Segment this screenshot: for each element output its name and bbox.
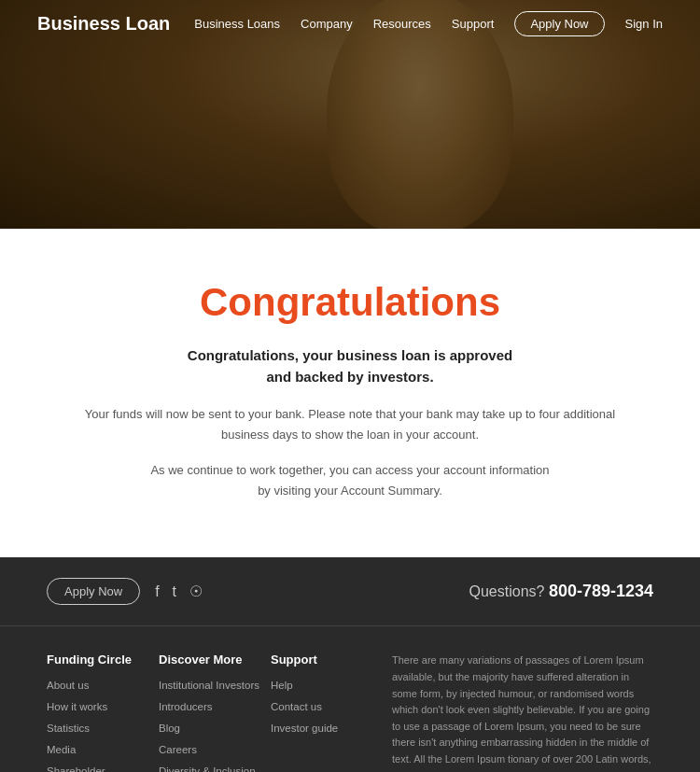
list-item: Shareholder Information: [47, 762, 159, 772]
nav-business-loans[interactable]: Business Loans: [194, 17, 280, 31]
footer-link[interactable]: Careers: [159, 744, 197, 755]
footer-link[interactable]: Media: [47, 744, 76, 755]
footer-link[interactable]: Introducers: [159, 701, 213, 712]
footer-col-funding-heading: Funding Circle: [47, 653, 159, 667]
footer-top: Apply Now f t ☉ Questions? 800-789-1234: [0, 557, 700, 626]
footer-col-discover-heading: Discover More: [159, 653, 271, 667]
footer-link[interactable]: Institutional Investors: [159, 680, 259, 691]
facebook-icon[interactable]: f: [155, 583, 159, 600]
hero-section: Business Loan Business Loans Company Res…: [0, 0, 700, 229]
nav-support[interactable]: Support: [452, 17, 495, 31]
footer-col-support-links: Help Contact us Investor guide: [271, 676, 383, 736]
footer-link[interactable]: Contact us: [271, 701, 322, 712]
congrats-body-2: As we continue to work together, you can…: [75, 460, 625, 501]
nav-signin[interactable]: Sign In: [625, 17, 663, 31]
footer-link[interactable]: Help: [271, 680, 293, 691]
list-item: Introducers: [159, 697, 271, 714]
footer-link[interactable]: Diversity & Inclusion: [159, 765, 256, 772]
nav-apply-button[interactable]: Apply Now: [514, 11, 604, 36]
twitter-icon[interactable]: t: [173, 583, 176, 600]
footer-col-funding: Funding Circle About us How it works Sta…: [47, 653, 159, 772]
congratulations-subtitle: Congratulations, your business loan is a…: [75, 345, 625, 387]
footer-apply-button[interactable]: Apply Now: [47, 578, 140, 605]
nav-resources[interactable]: Resources: [373, 17, 431, 31]
navigation: Business Loan Business Loans Company Res…: [0, 0, 700, 48]
footer-col-discover: Discover More Institutional Investors In…: [159, 653, 271, 772]
footer-link[interactable]: How it works: [47, 701, 107, 712]
list-item: Media: [47, 740, 159, 757]
footer-link[interactable]: Shareholder Information: [47, 765, 105, 772]
list-item: About us: [47, 676, 159, 693]
list-item: Diversity & Inclusion: [159, 762, 271, 772]
footer-link[interactable]: Blog: [159, 723, 180, 734]
footer-col-discover-links: Institutional Investors Introducers Blog…: [159, 676, 271, 772]
footer-link[interactable]: About us: [47, 680, 89, 691]
footer-col-support: Support Help Contact us Investor guide: [271, 653, 383, 772]
footer-col-funding-links: About us How it works Statistics Media S…: [47, 676, 159, 772]
list-item: Careers: [159, 740, 271, 757]
footer-social: f t ☉: [155, 583, 203, 600]
footer-lorem: There are many variations of passages of…: [383, 653, 653, 772]
instagram-icon[interactable]: ☉: [189, 583, 203, 600]
nav-links: Business Loans Company Resources Support…: [194, 11, 663, 36]
footer-link[interactable]: Statistics: [47, 723, 90, 734]
nav-company[interactable]: Company: [301, 17, 353, 31]
footer: Apply Now f t ☉ Questions? 800-789-1234 …: [0, 557, 700, 772]
brand-logo: Business Loan: [37, 13, 170, 35]
footer-links-section: Funding Circle About us How it works Sta…: [0, 626, 700, 772]
phone-label: Questions?: [469, 583, 545, 599]
footer-link[interactable]: Investor guide: [271, 723, 338, 734]
list-item: Institutional Investors: [159, 676, 271, 693]
list-item: Statistics: [47, 719, 159, 736]
phone-number: 800-789-1234: [549, 582, 653, 600]
congratulations-title: Congratulations: [75, 280, 625, 325]
list-item: Blog: [159, 719, 271, 736]
footer-phone: Questions? 800-789-1234: [469, 582, 654, 601]
congrats-body-1: Your funds will now be sent to your bank…: [75, 404, 625, 445]
list-item: How it works: [47, 697, 159, 714]
list-item: Investor guide: [271, 719, 383, 736]
footer-col-support-heading: Support: [271, 653, 383, 667]
main-content: Congratulations Congratulations, your bu…: [0, 229, 700, 557]
list-item: Help: [271, 676, 383, 693]
list-item: Contact us: [271, 697, 383, 714]
footer-left-group: Apply Now f t ☉: [47, 578, 203, 605]
